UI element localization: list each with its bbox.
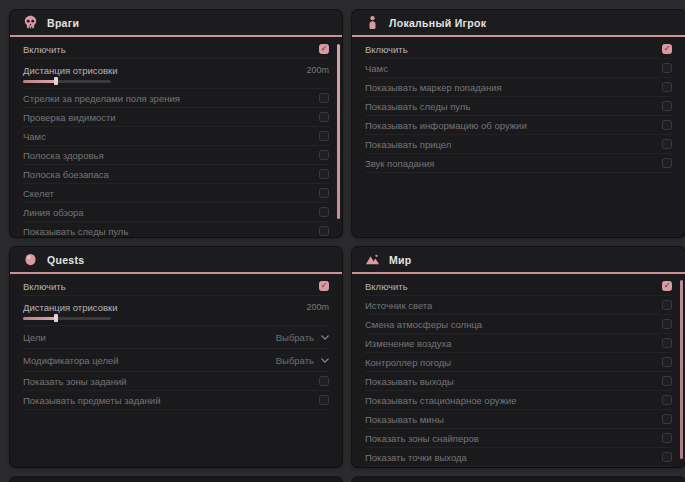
setting-label: Проверка видимости <box>23 112 116 123</box>
toggle-row: Включить✓ <box>23 277 329 296</box>
checkbox[interactable] <box>662 452 672 462</box>
panel-enemies-body: Включить✓Дистанция отрисовки200mСтрелки … <box>10 37 342 237</box>
toggle-row: Проверка видимости <box>23 108 329 127</box>
slider-value: 200m <box>306 65 329 75</box>
checkbox[interactable] <box>662 395 672 405</box>
toggle-row: Включить✓ <box>365 277 672 296</box>
toggle-row: Звук попадания <box>365 154 672 173</box>
slider-handle[interactable] <box>54 314 58 322</box>
checkbox[interactable] <box>662 300 672 310</box>
checkbox[interactable] <box>319 112 329 122</box>
toggle-row: Источник света <box>365 296 672 315</box>
mountains-icon <box>365 252 380 267</box>
select-row: ЦелиВыбрать <box>23 326 329 349</box>
setting-label: Изменение воздуха <box>365 338 452 349</box>
checkbox[interactable] <box>662 376 672 386</box>
checkbox[interactable] <box>319 131 329 141</box>
toggle-row: Показывать стационарное оружие <box>365 391 672 410</box>
toggle-row: Показывать предметы заданий <box>23 391 329 410</box>
checkbox[interactable] <box>662 82 672 92</box>
setting-label: Модификатора целей <box>23 355 119 366</box>
setting-label: Показывать следы пуль <box>23 226 128 237</box>
setting-label: Показывать мины <box>365 414 444 425</box>
toggle-row: Показывать мины <box>365 410 672 429</box>
checkbox[interactable]: ✓ <box>319 281 329 291</box>
setting-label: Полоска боезапаса <box>23 169 109 180</box>
checkbox[interactable] <box>319 93 329 103</box>
toggle-row: Полоска здоровья <box>23 146 329 165</box>
setting-label: Показать зоны снайперов <box>365 433 479 444</box>
settings-grid: Враги Включить✓Дистанция отрисовки200mСт… <box>0 0 685 482</box>
setting-label: Контроллер погоды <box>365 357 451 368</box>
checkbox[interactable] <box>662 63 672 73</box>
setting-label: Стрелки за пределами поля зрения <box>23 93 180 104</box>
setting-label: Включить <box>23 44 66 55</box>
checkbox[interactable] <box>662 120 672 130</box>
toggle-row: Полоска боезапаса <box>23 165 329 184</box>
panel-world-body: Включить✓Источник светаСмена атмосферы с… <box>352 274 685 467</box>
setting-label: Чамс <box>365 63 388 74</box>
scrollbar[interactable] <box>680 280 683 459</box>
setting-label: Чамс <box>23 131 46 142</box>
setting-label: Включить <box>365 281 408 292</box>
setting-label: Показывать информацию об оружии <box>365 120 527 131</box>
checkbox[interactable] <box>319 188 329 198</box>
setting-label: Полоска здоровья <box>23 150 104 161</box>
toggle-row: Показать зоны снайперов <box>365 429 672 448</box>
panel-quests-header: Quests <box>10 247 342 274</box>
toggle-row: Показывать следы пуль <box>365 97 672 116</box>
checkbox[interactable] <box>662 357 672 367</box>
setting-label: Включить <box>23 281 66 292</box>
checkbox[interactable] <box>662 158 672 168</box>
slider-fill <box>23 80 56 83</box>
checkbox[interactable]: ✓ <box>662 44 672 54</box>
setting-label: Линия обзора <box>23 207 84 218</box>
setting-label: Цели <box>23 332 46 343</box>
toggle-row: Скелет <box>23 184 329 203</box>
panel-local-player-header: Локальный Игрок <box>352 10 685 37</box>
toggle-row: Контроллер погоды <box>365 353 672 372</box>
panel-world-header: Мир <box>352 247 685 274</box>
checkbox[interactable] <box>662 319 672 329</box>
checkbox[interactable] <box>319 395 329 405</box>
checkbox[interactable]: ✓ <box>662 281 672 291</box>
slider-handle[interactable] <box>54 77 58 85</box>
dropdown-value: Выбрать <box>276 355 314 366</box>
checkbox[interactable]: ✓ <box>319 44 329 54</box>
checkbox[interactable] <box>319 169 329 179</box>
dropdown[interactable]: Выбрать <box>276 332 329 343</box>
toggle-row: Стрелки за пределами поля зрения <box>23 89 329 108</box>
checkbox[interactable] <box>662 139 672 149</box>
dropdown[interactable]: Выбрать <box>276 355 329 366</box>
panel-title: Враги <box>47 17 79 29</box>
panel-local-player-body: Включить✓ЧамсПоказывать маркер попадания… <box>352 37 685 173</box>
select-row: Модификатора целейВыбрать <box>23 349 329 372</box>
checkbox[interactable] <box>662 433 672 443</box>
checkbox[interactable] <box>319 376 329 386</box>
panel-local-player: Локальный Игрок Включить✓ЧамсПоказывать … <box>352 10 685 237</box>
panel-title: Quests <box>47 254 84 266</box>
checkbox[interactable] <box>662 338 672 348</box>
checkbox[interactable] <box>319 150 329 160</box>
toggle-row: Включить✓ <box>23 40 329 59</box>
slider-value: 200m <box>306 302 329 312</box>
slider-fill <box>23 317 56 320</box>
chevron-down-icon <box>321 335 329 340</box>
setting-label: Источник света <box>365 300 432 311</box>
checkbox[interactable] <box>662 414 672 424</box>
setting-label: Показать точки выхода <box>365 452 467 463</box>
panel-world: Мир Включить✓Источник светаСмена атмосфе… <box>352 247 685 467</box>
toggle-row: Чамс <box>23 127 329 146</box>
checkbox[interactable] <box>319 226 329 236</box>
toggle-row: Изменение воздуха <box>365 334 672 353</box>
slider-track[interactable] <box>23 80 111 83</box>
panel-title: Локальный Игрок <box>389 17 486 29</box>
chevron-down-icon <box>321 358 329 363</box>
toggle-row: Линия обзора <box>23 203 329 222</box>
setting-label: Показывать стационарное оружие <box>365 395 517 406</box>
scrollbar[interactable] <box>337 44 340 219</box>
panel-enemies: Враги Включить✓Дистанция отрисовки200mСт… <box>10 10 342 237</box>
checkbox[interactable] <box>319 207 329 217</box>
checkbox[interactable] <box>662 101 672 111</box>
slider-track[interactable] <box>23 317 111 320</box>
